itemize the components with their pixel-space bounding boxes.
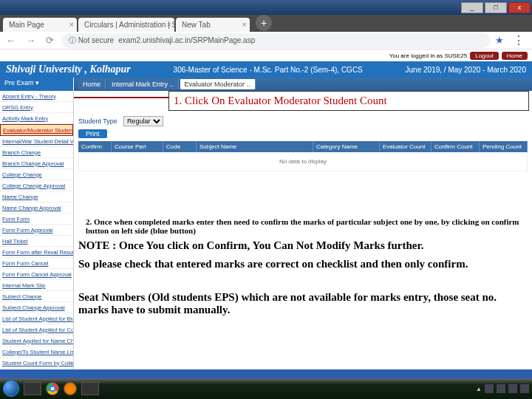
menu-icon[interactable]: ⋮ — [508, 33, 529, 47]
main-row: Absent Entry - Theory ORSG Entry Activit… — [0, 91, 532, 378]
sidebar-item[interactable]: ORSG Entry — [0, 102, 73, 113]
app-icon[interactable] — [81, 382, 99, 395]
col-category-name: Category Name — [313, 141, 380, 152]
tray-up-icon[interactable]: ▲ — [476, 386, 482, 392]
address-bar: ← → ⟳ ⓘ Not secure exam2.unishivaji.ac.i… — [0, 32, 532, 50]
course-label: 306-Master of Science - M.Sc. Part No.-2… — [174, 66, 363, 74]
sidebar-item[interactable]: Branch Change Approval — [0, 158, 73, 169]
sidebar-item[interactable]: Internal Mark Slip — [0, 280, 73, 291]
sidebar-item[interactable]: Activity Mark Entry — [0, 113, 73, 124]
footer-bar — [0, 369, 532, 378]
seat-numbers-note: Seat Numbers (Old students EPS) which ar… — [78, 273, 528, 316]
sidebar-item[interactable]: Student Count Form by College an — [0, 358, 73, 369]
crumb-label: Internal Mark Entry — [112, 81, 168, 88]
new-tab-button[interactable]: + — [256, 15, 272, 31]
close-button[interactable]: x — [508, 2, 531, 13]
insecure-badge: ⓘ Not secure — [69, 35, 114, 46]
crumb-home[interactable]: Home — [78, 79, 106, 89]
menu-bar: Pre Exam ▾ Home Internal Mark Entry .. E… — [0, 78, 532, 91]
note-check: So please check that entered marks are c… — [78, 255, 528, 273]
os-taskbar: ▲ — [0, 378, 532, 399]
tray-icon[interactable] — [497, 384, 505, 393]
minimize-button[interactable]: _ — [461, 2, 483, 13]
col-pending-count: Pending Count — [480, 141, 528, 152]
tab-label: New Tab — [182, 21, 211, 29]
sidebar-item[interactable]: List of Student Applied for College C — [0, 324, 73, 335]
maximize-button[interactable]: □ — [485, 2, 507, 13]
sidebar-item[interactable]: Subject Change Approval — [0, 302, 73, 313]
sidebar-item[interactable]: Form Form — [0, 214, 73, 225]
section-header: Pre Exam ▾ — [0, 78, 74, 91]
section-label: Pre Exam — [4, 79, 34, 86]
url-field[interactable]: ⓘ Not secure exam2.unishivaji.ac.in/SRPM… — [61, 33, 491, 48]
bookmark-icon[interactable]: ★ — [495, 35, 504, 46]
grid-header: Confirm Course Part Code Subject Name Ca… — [78, 141, 528, 152]
firefox-icon[interactable] — [64, 382, 77, 395]
student-type-label: Student Type — [78, 117, 117, 125]
sidebar-item-evaluator-moderator-student-count[interactable]: Evaluator/Moderator Student Count — [0, 124, 73, 136]
crumb-label: Evaluator Moderator — [185, 81, 245, 88]
tab-label: Main Page — [9, 21, 44, 29]
col-confirm-count: Confirm Count — [432, 141, 480, 152]
print-button[interactable]: Print — [78, 129, 107, 138]
content-area: 1. Click On Evaluator Moderator Student … — [74, 91, 532, 378]
browser-tab[interactable]: New Tab× — [176, 18, 250, 32]
explorer-icon[interactable] — [24, 382, 41, 395]
sidebar-item[interactable]: College/To Student Name List — [0, 347, 73, 358]
tray-icon[interactable] — [508, 384, 517, 393]
sidebar-item[interactable]: Form Form Cancel Approval — [0, 269, 73, 280]
browser-tabstrip: Main Page× Circulars | Administration | … — [0, 15, 532, 32]
grid-empty-text: No data to display — [78, 152, 528, 171]
sidebar-item[interactable]: Subject Change — [0, 291, 73, 302]
sidebar-item[interactable]: Branch Change — [0, 147, 73, 158]
home-button[interactable]: Home — [502, 52, 528, 60]
back-icon[interactable]: ← — [3, 35, 18, 46]
sidebar-item[interactable]: Form Form Cancel — [0, 258, 73, 269]
sidebar-item[interactable]: Student Applied for Name Change — [0, 335, 73, 347]
callout-connector — [74, 97, 168, 98]
tray-icon[interactable] — [485, 384, 494, 393]
close-icon[interactable]: × — [242, 20, 247, 29]
col-course-part: Course Part — [112, 141, 163, 152]
col-code: Code — [163, 141, 197, 152]
chevron-down-icon: .. — [247, 81, 250, 88]
note-warning: NOTE : Once You click on Confirm, You Ca… — [78, 236, 528, 255]
close-icon[interactable]: × — [69, 20, 74, 29]
os-titlebar: _ □ x — [0, 0, 532, 15]
sidebar-item[interactable]: Hall Ticket — [0, 236, 73, 247]
session-label: June 2019, / May 2020 - March 2020 — [406, 66, 526, 74]
sidebar-item[interactable]: Absent Entry - Theory — [0, 91, 73, 102]
start-button[interactable] — [3, 381, 19, 397]
sidebar-item[interactable]: List of Student Applied for Branch C — [0, 313, 73, 324]
chevron-down-icon: .. — [170, 81, 174, 88]
sidebar-item[interactable]: Name Change — [0, 191, 73, 202]
col-evaluator-count: Evaluator Count — [380, 141, 432, 152]
university-name: Shivaji University , Kolhapur — [6, 64, 131, 75]
sidebar-item[interactable]: College Change Approval — [0, 180, 73, 191]
url-text: exam2.unishivaji.ac.in/SRPMainPage.asp — [118, 36, 255, 44]
sidebar-item[interactable]: Name Change Approval — [0, 202, 73, 214]
tray-icon[interactable] — [520, 384, 529, 393]
sidebar-item[interactable]: Internal/War Student Detail View — [0, 136, 73, 147]
sidebar-item[interactable]: Form Form after Reval Result — [0, 247, 73, 258]
university-bar: Shivaji University , Kolhapur 306-Master… — [0, 61, 532, 78]
browser-tab[interactable]: Circulars | Administration | Shivaji× — [78, 18, 174, 32]
instruction-callout-1: 1. Click On Evaluator Moderator Student … — [168, 91, 529, 111]
student-type-select[interactable]: Regular — [123, 116, 163, 126]
system-tray: ▲ — [476, 384, 529, 393]
close-icon[interactable]: × — [167, 20, 171, 29]
reload-icon[interactable]: ⟳ — [43, 35, 57, 46]
logout-button[interactable]: Logout — [470, 52, 498, 60]
crumb-evaluator-moderator[interactable]: Evaluator Moderator .. — [180, 79, 256, 89]
logged-in-text: You are logged in as SUSE25 — [389, 52, 468, 59]
sidebar: Absent Entry - Theory ORSG Entry Activit… — [0, 91, 74, 378]
browser-tab[interactable]: Main Page× — [3, 18, 77, 32]
forward-icon[interactable]: → — [23, 35, 38, 46]
col-subject-name: Subject Name — [197, 141, 313, 152]
sidebar-item[interactable]: College Change — [0, 169, 73, 180]
chrome-icon[interactable] — [46, 382, 59, 395]
crumb-internal-mark[interactable]: Internal Mark Entry .. — [107, 79, 179, 89]
filter-row: Student Type Regular — [78, 115, 528, 128]
chevron-down-icon[interactable]: ▾ — [35, 79, 39, 86]
sidebar-item[interactable]: Form Form Approval — [0, 225, 73, 236]
